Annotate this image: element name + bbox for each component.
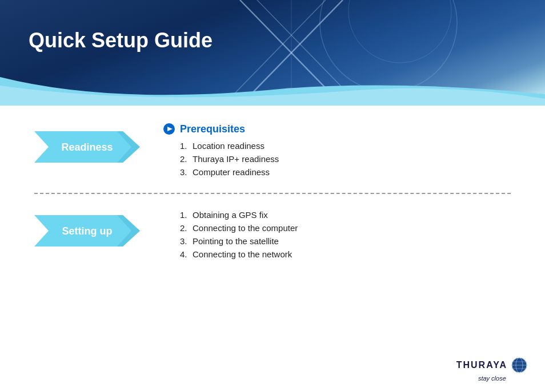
readiness-section: Readiness Prerequisites 1.Location readi…: [34, 123, 511, 180]
setting-up-label: Setting up: [62, 225, 113, 237]
list-item: 2.Thuraya IP+ readiness: [180, 154, 511, 164]
setting-up-content: 1.Obtaining a GPS fix 2.Connecting to th…: [163, 207, 511, 262]
brand-name: THURAYA: [456, 360, 507, 370]
list-item: 3.Computer readiness: [180, 167, 511, 177]
prerequisites-header: Prerequisites: [163, 123, 511, 135]
readiness-label: Readiness: [61, 141, 113, 153]
setting-up-section: Setting up 1.Obtaining a GPS fix 2.Conne…: [34, 207, 511, 262]
globe-icon: [511, 357, 528, 374]
page-title: Quick Setup Guide: [29, 29, 213, 52]
list-item: 1.Location readiness: [180, 141, 511, 151]
readiness-list: 1.Location readiness 2.Thuraya IP+ readi…: [180, 141, 511, 177]
list-item: 3.Pointing to the satellite: [180, 236, 511, 246]
list-item: 1.Obtaining a GPS fix: [180, 210, 511, 220]
list-item: 4.Connecting to the network: [180, 249, 511, 259]
header-wave: [0, 77, 545, 106]
main-content: Readiness Prerequisites 1.Location readi…: [0, 106, 545, 392]
list-item: 2.Connecting to the computer: [180, 223, 511, 233]
svg-point-6: [348, 0, 451, 63]
brand-tagline: stay close: [478, 375, 506, 382]
readiness-badge: Readiness: [34, 126, 140, 168]
section-divider: [34, 193, 511, 194]
header: Quick Setup Guide: [0, 0, 545, 106]
footer-logo: THURAYA stay close: [456, 357, 528, 382]
prerequisites-icon: [163, 123, 175, 135]
setting-up-badge: Setting up: [34, 209, 140, 252]
readiness-content: Prerequisites 1.Location readiness 2.Thu…: [163, 123, 511, 180]
setting-up-list: 1.Obtaining a GPS fix 2.Connecting to th…: [180, 210, 511, 259]
prerequisites-title: Prerequisites: [180, 123, 245, 135]
